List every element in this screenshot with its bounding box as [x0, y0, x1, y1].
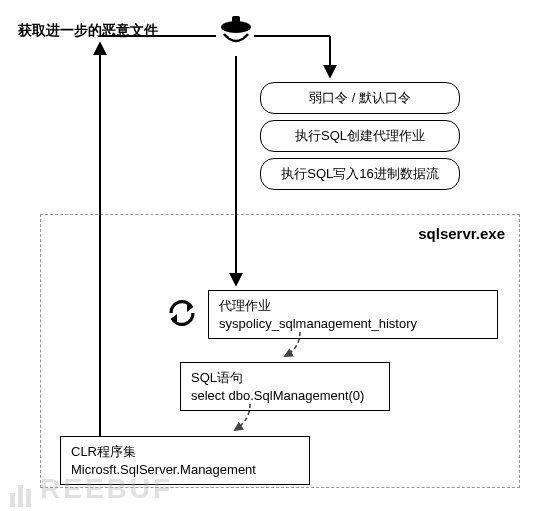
box-agent-job-title: 代理作业 — [219, 297, 487, 315]
box-clr-title: CLR程序集 — [71, 443, 299, 461]
attacker-icon — [214, 14, 258, 62]
step-create-agent-job: 执行SQL创建代理作业 — [260, 120, 460, 152]
box-agent-job-name: syspolicy_sqlmanagement_history — [219, 315, 487, 333]
box-sql-title: SQL语句 — [191, 369, 379, 387]
process-title: sqlservr.exe — [418, 225, 505, 242]
step-weak-password: 弱口令 / 默认口令 — [260, 82, 460, 114]
box-clr-assembly: CLR程序集 Microsft.SqlServer.Management — [60, 436, 310, 485]
svg-point-3 — [239, 34, 243, 38]
step-write-hex-stream: 执行SQL写入16进制数据流 — [260, 158, 460, 190]
box-clr-name: Microsft.SqlServer.Management — [71, 461, 299, 479]
box-sql-stmt: select dbo.SqlManagement(0) — [191, 387, 379, 405]
svg-rect-1 — [232, 16, 240, 25]
box-sql-statement: SQL语句 select dbo.SqlManagement(0) — [180, 362, 390, 411]
watermark-bars-icon — [10, 475, 34, 507]
label-fetch-malicious: 获取进一步的恶意文件 — [18, 22, 158, 40]
box-agent-job: 代理作业 syspolicy_sqlmanagement_history — [208, 290, 498, 339]
svg-point-2 — [229, 34, 233, 38]
cycle-icon — [165, 296, 199, 334]
